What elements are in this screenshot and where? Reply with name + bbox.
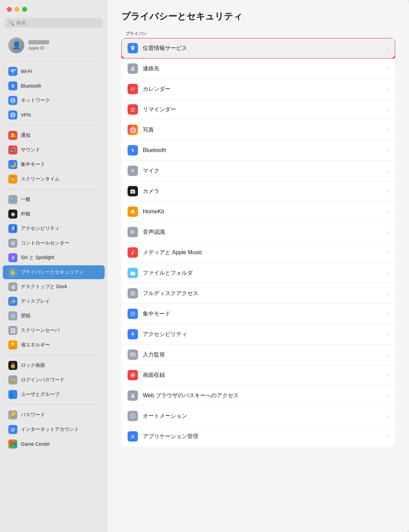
photos-label: 写真 (143, 126, 387, 134)
sidebar-item-lockscreen[interactable]: 🔒 ロック画面 (3, 358, 105, 372)
sidebar-item-internet[interactable]: @ インターネットアカウント (3, 423, 105, 436)
homekit-label: HomeKit (143, 209, 387, 215)
accessibility-row[interactable]: アクセシビリティ › (121, 324, 395, 345)
sidebar-item-screentime[interactable]: ⏳ スクリーンタイム (3, 172, 105, 186)
passkey-icon (128, 390, 138, 401)
page-title: プライバシーとセキュリティ (121, 10, 395, 23)
apple-id-section[interactable]: 👤 Apple ID (3, 34, 105, 57)
appmanage-row[interactable]: A アプリケーション管理 › (121, 426, 395, 446)
mic-icon (128, 166, 138, 176)
sidebar-item-gamecenter[interactable]: 🎮 Game Center (3, 437, 105, 451)
calendar-row[interactable]: 17 カレンダー › (121, 79, 395, 99)
bluetooth-row[interactable]: Bluetooth › (121, 140, 395, 161)
reminders-label: リマインダー (143, 106, 387, 113)
sidebar-label-users: ユーザとグループ (21, 391, 60, 398)
sidebar-item-bluetooth[interactable]: Bluetooth (3, 79, 105, 93)
passkey-chevron-icon: › (387, 393, 389, 398)
sidebar-item-battery[interactable]: 💡 省エネルギー (3, 338, 105, 352)
camera-row[interactable]: カメラ › (121, 181, 395, 202)
svg-point-10 (132, 332, 133, 333)
wallpaper-icon: ❄️ (8, 311, 17, 320)
focus-icon: 🌙 (8, 160, 17, 169)
photos-row[interactable]: 🌸 写真 › (121, 120, 395, 140)
sidebar-item-notify[interactable]: 🔔 通知 (3, 128, 105, 142)
screenrecord-row[interactable]: 画面収録 › (121, 365, 395, 385)
avatar-icon: 👤 (12, 41, 21, 50)
password-icon: 🔑 (8, 410, 17, 419)
sidebar-label-bluetooth: Bluetooth (21, 83, 41, 89)
sidebar-item-desktop[interactable]: 🖥 デスクトップと Dock (3, 280, 105, 294)
sidebar-item-appearance[interactable]: ◉ 外観 (3, 207, 105, 221)
close-button[interactable] (7, 7, 12, 12)
homekit-row[interactable]: HomeKit › (121, 202, 395, 222)
input-chevron-icon: › (387, 352, 389, 357)
sidebar-label-network: ネットワーク (21, 97, 50, 104)
sidebar-item-sound[interactable]: 🔊 サウンド (3, 143, 105, 157)
sidebar-item-users[interactable]: 👥 ユーザとグループ (3, 388, 105, 401)
section-header-privacy: プライバン (125, 31, 395, 37)
bluetooth-chevron-icon: › (387, 148, 389, 153)
automation-row[interactable]: オートメーション › (121, 406, 395, 426)
mic-row[interactable]: マイク › (121, 161, 395, 181)
sidebar-item-wifi[interactable]: Wi-Fi (3, 64, 105, 78)
screenrecord-icon (128, 370, 138, 380)
fulldisk-row[interactable]: フルディスクアクセス › (121, 283, 395, 304)
sidebar-divider-5 (6, 405, 102, 405)
accessibility-row-label: アクセシビリティ (143, 331, 387, 338)
sidebar-item-focus[interactable]: 🌙 集中モード (3, 158, 105, 171)
svg-rect-6 (132, 230, 133, 234)
accessibility-chevron-icon: › (387, 331, 389, 337)
sidebar-item-vpn[interactable]: VPN (3, 108, 105, 122)
photos-icon: 🌸 (128, 125, 138, 135)
sidebar-item-password[interactable]: 🔑 パスワード (3, 408, 105, 422)
contacts-chevron-icon: › (387, 66, 389, 71)
gamecenter-icon: 🎮 (8, 440, 17, 449)
sidebar-item-general[interactable]: ⚙️ 一般 (3, 193, 105, 206)
speech-icon (128, 227, 138, 237)
maximize-button[interactable] (22, 7, 27, 12)
svg-point-9 (132, 293, 133, 294)
sidebar-item-network[interactable]: ネットワーク (3, 94, 105, 107)
sidebar-item-wallpaper[interactable]: ❄️ 壁紙 (3, 309, 105, 323)
sidebar-label-password: パスワード (21, 412, 45, 418)
minimize-button[interactable] (15, 7, 19, 12)
appmanage-label: アプリケーション管理 (143, 433, 387, 440)
battery-icon: 💡 (8, 340, 17, 349)
media-row[interactable]: メディアと Apple Music › (121, 242, 395, 263)
reminders-row[interactable]: リマインダー › (121, 99, 395, 120)
sidebar-label-lockscreen: ロック画面 (21, 362, 45, 369)
camera-chevron-icon: › (387, 188, 389, 194)
sidebar-label-notify: 通知 (21, 132, 31, 139)
focus-row[interactable]: 集中モード › (121, 304, 395, 324)
mic-chevron-icon: › (387, 168, 389, 174)
sidebar-label-sound: サウンド (21, 147, 40, 153)
sidebar-item-display[interactable]: ✨ ディスプレイ (3, 294, 105, 308)
vpn-icon (8, 110, 17, 119)
files-chevron-icon: › (387, 270, 389, 276)
files-row[interactable]: ファイルとフォルダ › (121, 263, 395, 283)
speech-row[interactable]: 音声認識 › (121, 222, 395, 242)
sidebar-item-control[interactable]: ⊞ コントロールセンター (3, 236, 105, 250)
search-bar[interactable]: 🔍 (5, 18, 103, 28)
camera-icon (128, 186, 138, 196)
sidebar-item-screensaver[interactable]: 🖼 スクリーンセーバ (3, 323, 105, 337)
desktop-icon: 🖥 (8, 282, 17, 291)
bluetooth-row-icon (128, 145, 138, 156)
search-input[interactable] (16, 20, 99, 26)
sidebar-item-siri[interactable]: 🎙 Siri と Spotlight (3, 251, 105, 265)
sidebar-item-loginpw[interactable]: 🔓 ログインパスワード (3, 373, 105, 387)
passkey-row[interactable]: Web ブラウザのパスキーへのアクセス › (121, 385, 395, 406)
location-services-row[interactable]: 位置情報サービス › (121, 38, 395, 59)
calendar-label: カレンダー (143, 86, 387, 93)
sidebar-item-privacy[interactable]: ✋ プライバシーとセキュリティ (3, 265, 105, 279)
wifi-icon (8, 67, 17, 76)
speech-label: 音声認識 (143, 229, 387, 236)
sidebar-label-wallpaper: 壁紙 (21, 313, 31, 319)
input-row[interactable]: 入力監視 › (121, 345, 395, 365)
sidebar-item-accessibility[interactable]: ♿ アクセシビリティ (3, 222, 105, 236)
screenrecord-label: 画面収録 (143, 372, 387, 379)
reminders-icon (128, 104, 138, 115)
automation-chevron-icon: › (387, 413, 389, 419)
contacts-row[interactable]: 連絡先 › (121, 59, 395, 79)
svg-point-13 (132, 374, 133, 376)
